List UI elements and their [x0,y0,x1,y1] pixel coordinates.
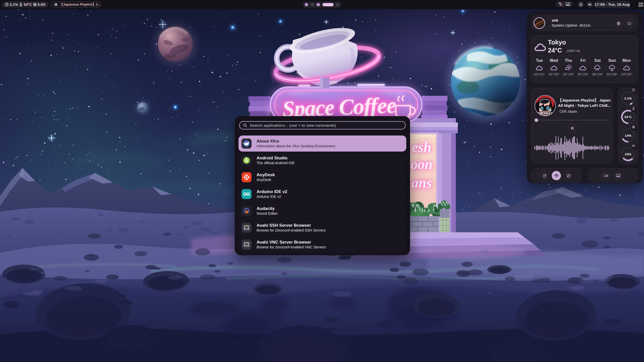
svg-text:esh: esh [412,139,431,155]
svg-text:ans: ans [412,175,432,191]
svg-text:oon: oon [411,156,432,172]
svg-text:TOKYO LO: TOKYO LO [537,112,553,115]
